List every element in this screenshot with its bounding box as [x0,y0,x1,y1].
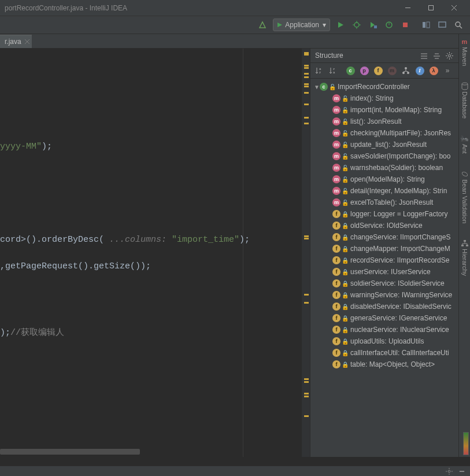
method-icon: m [332,152,341,160]
method-node[interactable]: m🔓index(): String [313,93,470,104]
class-node[interactable]: ▼ c 🔓 ImportRecordController [313,81,470,93]
marker[interactable] [304,52,309,56]
field-node[interactable]: f🔒soldierService: ISoldierService [313,278,470,289]
field-icon: f [332,279,341,287]
marker[interactable] [304,393,309,394]
field-icon: f [332,349,341,357]
maximize-button[interactable] [419,0,442,16]
field-node[interactable]: f🔒uploadUtils: UploadUtils [313,335,470,347]
svg-line-16 [460,26,462,28]
run-coverage-button[interactable] [366,18,380,32]
sort-visibility-icon[interactable]: za [327,64,339,77]
memory-indicator[interactable] [463,432,469,455]
expand-all-icon[interactable] [418,50,430,61]
filter-lambda-icon[interactable]: λ [427,64,440,77]
method-node[interactable]: m🔓excelToTable(): JsonResult [313,197,470,208]
marker[interactable] [304,235,309,237]
horizontal-scrollbar[interactable] [0,449,302,455]
search-everywhere-button[interactable] [452,18,465,32]
lock-icon: 🔒 [342,315,349,322]
svg-rect-14 [439,22,446,27]
field-node[interactable]: f🔒disabledService: IDisabledServic [313,301,470,312]
marker[interactable] [304,117,309,119]
method-node[interactable]: m🔓detail(Integer, ModelMap): Strin [313,185,470,197]
layout-button[interactable] [419,18,433,32]
field-node[interactable]: f🔒logger: Logger = LoggerFactory [313,208,470,220]
side-tab-maven[interactable]: m Maven [461,38,469,66]
method-icon: m [332,117,341,126]
field-node[interactable]: f 🔒 table: Map<Object, Object> [313,359,470,370]
method-node[interactable]: m🔓open(ModelMap): String [313,174,470,185]
presentation-button[interactable] [435,18,449,32]
filter-method-icon[interactable]: m [386,64,398,77]
scrollbar-thumb[interactable] [0,449,140,455]
side-tab-database[interactable]: Database [461,82,469,119]
field-node[interactable]: f🔒changeService: IImportChangeS [313,231,470,243]
marker[interactable] [304,76,309,78]
structure-tree[interactable]: ▼ c 🔓 ImportRecordController m🔓index(): … [310,79,470,457]
marker[interactable] [304,65,309,67]
file-tab[interactable]: r.java [0,35,32,48]
method-icon: m [332,164,341,172]
marker[interactable] [304,302,309,304]
marker[interactable] [304,415,309,417]
field-node[interactable]: f🔒oldService: IOldService [313,220,470,231]
method-node[interactable]: m🔓importt(int, ModelMap): String [313,104,470,116]
close-icon[interactable] [25,39,29,44]
marker[interactable] [304,92,309,94]
sort-alpha-icon[interactable]: az [313,64,325,77]
marker[interactable] [304,73,309,75]
field-icon: f [332,222,341,230]
marker-strip[interactable] [302,49,310,457]
marker[interactable] [304,396,309,397]
run-button[interactable] [334,18,347,32]
debug-button[interactable] [350,18,364,32]
marker[interactable] [304,104,309,105]
method-node[interactable]: m🔓checking(MultipartFile): JsonRes [313,127,470,139]
hide-icon[interactable] [457,467,467,476]
field-node[interactable]: f🔒generaService: IGeneraService [313,312,470,324]
structure-toolbar: az za c p f m I λ » [310,63,470,79]
method-node[interactable]: m🔓list(): JsonResult [313,116,470,127]
method-node[interactable]: m🔓saveSoldier(ImportChange): boo [313,150,470,162]
marker[interactable] [304,238,309,239]
filter-property-icon[interactable]: p [358,64,371,77]
filter-interface-icon[interactable]: I [413,64,426,77]
close-button[interactable] [442,0,465,16]
method-node[interactable]: m🔓warnshebao(Soldier): boolean [313,162,470,174]
method-node[interactable]: m🔓update_list(): JsonResult [313,139,470,150]
side-tab-bean-validation[interactable]: Bean Validation [461,170,469,223]
marker[interactable] [304,67,309,69]
field-node[interactable]: f🔒nuclearService: INuclearService [313,324,470,335]
marker[interactable] [304,86,309,87]
run-config-selector[interactable]: Application ▾ [273,19,330,31]
inherited-icon[interactable] [399,64,412,77]
titlebar: portRecordController.java - IntelliJ IDE… [0,0,470,16]
filter-field-icon[interactable]: f [372,64,384,77]
marker[interactable] [304,123,309,124]
gear-icon[interactable] [445,467,454,476]
build-icon[interactable] [256,18,269,32]
gear-icon[interactable] [443,50,455,61]
svg-line-33 [447,57,448,58]
field-node[interactable]: f🔒callInterfaceUtil: CallInterfaceUti [313,347,470,359]
stop-button[interactable] [398,18,412,32]
marker[interactable] [304,378,309,380]
filter-class-icon[interactable]: c [344,64,357,77]
field-node[interactable]: f🔒warningService: IWarningService [313,289,470,301]
svg-point-41 [407,72,409,74]
side-tab-ant[interactable]: 🐜 Ant [461,135,469,154]
collapse-all-icon[interactable] [431,50,442,61]
code-editor[interactable]: yyyy-MM"); cord>().orderByDesc( ...colum… [0,49,310,457]
minimize-button[interactable] [396,0,419,16]
field-node[interactable]: f🔒userService: IUserService [313,266,470,278]
profile-button[interactable] [382,18,396,32]
side-tab-hierarchy[interactable]: Hierarchy [461,239,469,276]
marker[interactable] [304,381,309,383]
marker[interactable] [304,83,309,85]
more-icon[interactable]: » [441,64,454,77]
marker[interactable] [304,294,309,296]
field-node[interactable]: f🔒recordService: IImportRecordSe [313,254,470,266]
field-icon: f [332,210,341,218]
field-node[interactable]: f🔒changeMapper: ImportChangeM [313,243,470,254]
